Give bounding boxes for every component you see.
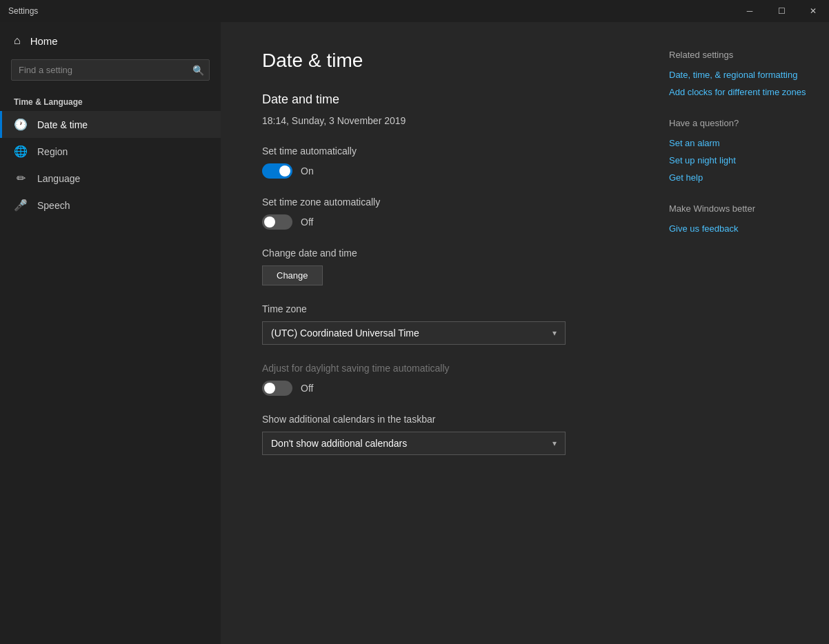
sidebar-item-date-time[interactable]: 🕐 Date & time xyxy=(0,111,221,138)
sidebar-language-label: Language xyxy=(37,173,80,184)
chevron-down-icon: ▾ xyxy=(552,328,557,338)
related-settings-section: Related settings Date, time, & regional … xyxy=(669,50,810,97)
app-body: ⌂ Home 🔍 Time & Language 🕐 Date & time 🌐… xyxy=(0,22,829,644)
daylight-saving-group: Adjust for daylight saving time automati… xyxy=(262,363,608,396)
additional-calendars-group: Show additional calendars in the taskbar… xyxy=(262,414,608,455)
link-night-light[interactable]: Set up night light xyxy=(669,155,810,165)
additional-calendars-dropdown[interactable]: Don't show additional calendars ▾ xyxy=(262,432,566,455)
minimize-button[interactable]: ─ xyxy=(734,0,766,22)
set-timezone-auto-label: Set time zone automatically xyxy=(262,197,608,208)
timezone-label: Time zone xyxy=(262,303,608,314)
page-title: Date & time xyxy=(262,50,608,72)
sidebar-section-title: Time & Language xyxy=(0,86,221,111)
home-icon: ⌂ xyxy=(14,34,21,47)
set-timezone-auto-state: Off xyxy=(301,217,313,228)
set-timezone-auto-toggle[interactable] xyxy=(262,214,292,230)
right-panel: Related settings Date, time, & regional … xyxy=(650,22,829,644)
additional-calendars-value: Don't show additional calendars xyxy=(271,438,407,449)
link-add-clocks[interactable]: Add clocks for different time zones xyxy=(669,87,810,97)
section-title: Date and time xyxy=(262,92,608,107)
app-title: Settings xyxy=(8,6,38,16)
close-button[interactable]: ✕ xyxy=(797,0,829,22)
change-date-time-group: Change date and time Change xyxy=(262,248,608,285)
related-settings-title: Related settings xyxy=(669,50,810,60)
main-content: Date & time Date and time 18:14, Sunday,… xyxy=(221,22,650,644)
daylight-saving-thumb xyxy=(264,383,275,394)
make-windows-better-title: Make Windows better xyxy=(669,203,810,214)
additional-calendars-label: Show additional calendars in the taskbar xyxy=(262,414,608,425)
link-get-help[interactable]: Get help xyxy=(669,172,810,183)
sidebar-item-speech[interactable]: 🎤 Speech xyxy=(0,192,221,219)
sidebar-item-language[interactable]: ✏ Language xyxy=(0,165,221,192)
timezone-value: (UTC) Coordinated Universal Time xyxy=(271,328,419,339)
link-give-feedback[interactable]: Give us feedback xyxy=(669,223,810,234)
maximize-button[interactable]: ☐ xyxy=(766,0,797,22)
set-time-auto-thumb xyxy=(279,165,290,177)
mic-icon: 🎤 xyxy=(14,199,28,212)
make-windows-better-section: Make Windows better Give us feedback xyxy=(669,203,810,234)
have-question-title: Have a question? xyxy=(669,118,810,128)
globe-icon: 🌐 xyxy=(14,145,28,158)
timezone-group: Time zone (UTC) Coordinated Universal Ti… xyxy=(262,303,608,345)
set-time-auto-group: Set time automatically On xyxy=(262,145,608,179)
search-input[interactable] xyxy=(11,59,210,81)
sidebar-date-time-label: Date & time xyxy=(37,119,88,130)
sidebar-home-label: Home xyxy=(30,35,58,47)
window-controls: ─ ☐ ✕ xyxy=(734,0,829,22)
sidebar-item-region[interactable]: 🌐 Region xyxy=(0,138,221,165)
set-time-auto-track xyxy=(262,163,292,179)
timezone-dropdown[interactable]: (UTC) Coordinated Universal Time ▾ xyxy=(262,321,566,345)
daylight-saving-toggle-row: Off xyxy=(262,381,608,396)
language-icon: ✏ xyxy=(14,172,28,185)
link-set-alarm[interactable]: Set an alarm xyxy=(669,138,810,148)
set-timezone-auto-track xyxy=(262,214,292,230)
daylight-saving-state: Off xyxy=(301,383,313,394)
link-date-regional[interactable]: Date, time, & regional formatting xyxy=(669,70,810,80)
set-timezone-auto-thumb xyxy=(264,217,275,228)
set-timezone-auto-toggle-row: Off xyxy=(262,214,608,230)
set-timezone-auto-group: Set time zone automatically Off xyxy=(262,197,608,230)
daylight-saving-toggle[interactable] xyxy=(262,381,292,396)
set-time-auto-label: Set time automatically xyxy=(262,145,608,157)
calendars-chevron-down-icon: ▾ xyxy=(552,439,557,448)
sidebar-item-home[interactable]: ⌂ Home xyxy=(0,28,221,54)
current-datetime: 18:14, Sunday, 3 November 2019 xyxy=(262,115,608,126)
sidebar-region-label: Region xyxy=(37,146,68,157)
sidebar: ⌂ Home 🔍 Time & Language 🕐 Date & time 🌐… xyxy=(0,22,221,644)
set-time-auto-state: On xyxy=(301,165,314,177)
have-question-section: Have a question? Set an alarm Set up nig… xyxy=(669,118,810,183)
change-button[interactable]: Change xyxy=(262,265,323,285)
daylight-saving-track xyxy=(262,381,292,396)
daylight-saving-label: Adjust for daylight saving time automati… xyxy=(262,363,608,374)
search-icon: 🔍 xyxy=(192,65,204,76)
clock-icon: 🕐 xyxy=(14,118,28,131)
sidebar-speech-label: Speech xyxy=(37,200,70,211)
titlebar: Settings ─ ☐ ✕ xyxy=(0,0,829,22)
sidebar-search-container: 🔍 xyxy=(11,59,210,81)
set-time-auto-toggle[interactable] xyxy=(262,163,292,179)
change-date-time-label: Change date and time xyxy=(262,248,608,259)
set-time-auto-toggle-row: On xyxy=(262,163,608,179)
